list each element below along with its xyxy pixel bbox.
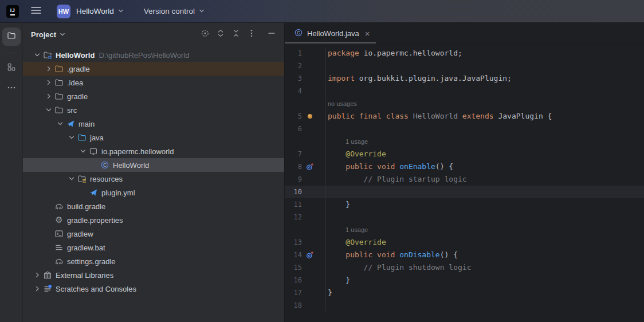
tree-row-settings-gradle[interactable]: settings.gradle [23, 254, 284, 268]
code-line-10[interactable]: 10 [285, 186, 644, 198]
hide-panel-button[interactable] [265, 28, 278, 41]
tab-helloworld-java[interactable]: C HelloWorld.java × [285, 23, 376, 44]
tree-row-gradlew[interactable]: gradlew [23, 227, 284, 241]
chevron-right-icon[interactable] [44, 91, 54, 101]
chevron-down-icon[interactable] [66, 174, 77, 184]
code-line-6[interactable]: 6 [285, 123, 644, 135]
code-line-11[interactable]: 11 } [285, 198, 644, 211]
chevron-down-icon[interactable] [66, 132, 77, 143]
chevron-right-icon[interactable] [32, 284, 42, 294]
code-line-4[interactable]: 4 [285, 85, 644, 97]
tree-row-helloworld[interactable]: CHelloWorld [23, 158, 284, 172]
tool-stripe-structure-squares-button[interactable] [2, 59, 21, 77]
gutter [302, 274, 325, 286]
vcs-widget-label: Version control [144, 7, 195, 15]
inlay-hint-row[interactable]: 1 usage [285, 135, 644, 148]
tree-indent-spacer [44, 215, 54, 225]
gutter [302, 135, 325, 148]
tree-row-resources[interactable]: resources [23, 172, 284, 186]
chevron-down-icon[interactable] [78, 146, 88, 156]
main-menu-button[interactable] [28, 3, 44, 19]
tree-row-java[interactable]: java [23, 131, 284, 144]
collapse-all-button[interactable] [229, 28, 243, 41]
tree-row--gradle[interactable]: .gradle [23, 62, 284, 76]
tree-row-build-gradle[interactable]: build.gradle [23, 199, 284, 213]
svg-text:C: C [297, 30, 300, 36]
code-line-12[interactable]: 12 [285, 211, 644, 223]
code-line-8[interactable]: 8 public void onEnable() { [285, 160, 644, 173]
code-text: @Override [325, 236, 644, 249]
inlay-hint[interactable]: 1 usage [328, 138, 368, 145]
more-options-button[interactable] [245, 28, 258, 41]
vcs-widget[interactable]: Version control [144, 7, 205, 15]
inlay-hint-row[interactable]: 1 usage [285, 223, 644, 236]
kebab-icon [247, 29, 256, 40]
code-line-14[interactable]: 14 public void onDisable() { [285, 249, 644, 261]
tree-row-helloworld[interactable]: HelloWorldD:\githubRePos\HelloWorld [23, 48, 284, 62]
tree-row-io-papermc-helloworld[interactable]: io.papermc.helloworld [23, 144, 284, 158]
code-text: 1 usage [325, 223, 644, 236]
project-widget[interactable]: HelloWorld [76, 7, 124, 15]
line-number [285, 97, 302, 110]
tool-stripe-more-dots-button[interactable] [2, 80, 21, 98]
gutter [302, 198, 325, 211]
line-number: 14 [285, 249, 302, 261]
code-line-9[interactable]: 9 // Plugin startup logic [285, 173, 644, 186]
tool-stripe-project-folder-button[interactable] [2, 28, 21, 46]
code-line-1[interactable]: 1package io.papermc.helloworld; [285, 47, 644, 60]
code-line-5[interactable]: 5public final class HelloWorld extends J… [285, 110, 644, 123]
line-number: 3 [285, 72, 302, 85]
chevron-right-icon[interactable] [44, 77, 54, 88]
code-line-2[interactable]: 2 [285, 60, 644, 72]
line-number: 9 [285, 173, 302, 186]
minus-icon [267, 29, 276, 40]
tree-row-gradle[interactable]: gradle [23, 89, 284, 103]
code-line-15[interactable]: 15 // Plugin shutdown logic [285, 261, 644, 274]
code-line-16[interactable]: 16 } [285, 274, 644, 286]
tree-row-main[interactable]: main [23, 117, 284, 131]
line-number: 11 [285, 198, 302, 211]
chevron-right-icon[interactable] [32, 270, 42, 280]
tree-row-gradle-properties[interactable]: ⚙gradle.properties [23, 213, 284, 227]
code-text: // Plugin startup logic [325, 173, 644, 186]
line-number: 2 [285, 60, 302, 72]
expand-all-button[interactable] [214, 28, 227, 41]
intellij-logo-icon: IJ [6, 5, 19, 18]
chevron-down-icon[interactable] [55, 119, 65, 129]
project-panel-title[interactable]: Project [31, 30, 66, 39]
inlay-hint[interactable]: no usages [328, 100, 357, 107]
gear-icon: ⚙ [54, 215, 64, 225]
tree-row-gradlew-bat[interactable]: gradlew.bat [23, 241, 284, 254]
override-gutter-icon[interactable] [302, 160, 325, 173]
structure-squares-icon [7, 62, 16, 74]
code-text [325, 186, 644, 198]
line-number: 6 [285, 123, 302, 135]
code-line-17[interactable]: 17} [285, 286, 644, 299]
line-number: 4 [285, 85, 302, 97]
tree-row-label: gradlew.bat [67, 244, 105, 252]
plugin-gutter-icon[interactable] [302, 110, 325, 123]
override-gutter-icon[interactable] [302, 249, 325, 261]
line-number: 12 [285, 211, 302, 223]
tree-indent-spacer [44, 229, 54, 239]
code-editor[interactable]: 1package io.papermc.helloworld;23import … [285, 44, 644, 322]
inlay-hint-row[interactable]: no usages [285, 97, 644, 110]
tree-row-plugin-yml[interactable]: plugin.yml [23, 186, 284, 199]
chevron-down-icon[interactable] [32, 50, 42, 60]
code-text: // Plugin shutdown logic [325, 261, 644, 274]
tree-indent-spacer [89, 160, 100, 170]
chevron-down-icon[interactable] [44, 105, 54, 115]
tree-row-external-libraries[interactable]: External Libraries [23, 268, 284, 282]
chevron-right-icon[interactable] [44, 64, 54, 74]
code-line-18[interactable]: 18 [285, 299, 644, 312]
close-icon[interactable]: × [365, 29, 370, 38]
code-line-3[interactable]: 3import org.bukkit.plugin.java.JavaPlugi… [285, 72, 644, 85]
line-number: 10 [285, 186, 302, 198]
code-line-7[interactable]: 7 @Override [285, 148, 644, 160]
code-line-13[interactable]: 13 @Override [285, 236, 644, 249]
tree-row-src[interactable]: src [23, 103, 284, 117]
tree-row-scratches-and-consoles[interactable]: Scratches and Consoles [23, 282, 284, 296]
locate-file-button[interactable] [198, 28, 212, 41]
inlay-hint[interactable]: 1 usage [328, 226, 368, 233]
tree-row--idea[interactable]: .idea [23, 76, 284, 89]
